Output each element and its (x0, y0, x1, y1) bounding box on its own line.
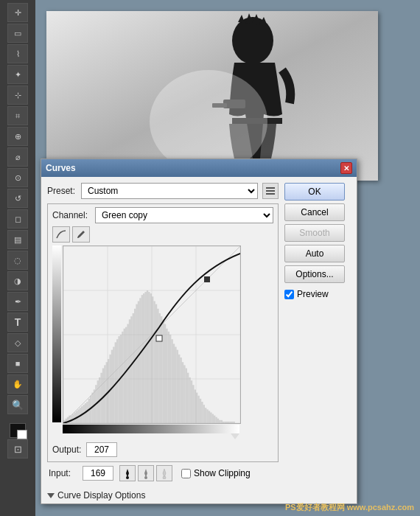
eyedropper-tools (119, 465, 172, 481)
dialog-left-panel: Preset: Custom Channel: Green (47, 183, 279, 481)
output-label: Output: (52, 444, 83, 455)
input-label: Input: (49, 468, 80, 478)
smooth-button[interactable]: Smooth (284, 224, 345, 242)
close-button[interactable]: ✕ (340, 162, 352, 174)
pen-tool[interactable]: ✒ (7, 292, 28, 311)
auto-button[interactable]: Auto (284, 245, 345, 262)
svg-point-13 (163, 476, 166, 479)
svg-point-1 (232, 17, 273, 64)
marquee-tool[interactable]: ▭ (7, 24, 28, 43)
preview-label: Preview (297, 289, 329, 299)
ok-button[interactable]: OK (284, 183, 345, 201)
hand-tool[interactable]: ✋ (7, 374, 28, 394)
text-tool[interactable]: T (7, 313, 28, 332)
svg-rect-8 (266, 190, 275, 192)
brush-tool[interactable]: ⌀ (7, 147, 28, 167)
curve-display-label: Curve Display Options (57, 490, 145, 501)
svg-point-11 (126, 476, 129, 479)
eraser-tool[interactable]: ◻ (7, 209, 28, 229)
preset-row: Preset: Custom (47, 183, 279, 199)
curve-display-triangle (47, 493, 55, 498)
history-tool[interactable]: ↺ (7, 189, 28, 208)
channel-select[interactable]: Green copy (95, 207, 273, 223)
svg-rect-7 (266, 187, 275, 189)
dialog-body: Preset: Custom Channel: Green (41, 177, 357, 487)
clone-tool[interactable]: ⊙ (7, 168, 28, 187)
channel-label: Channel: (52, 210, 91, 220)
quick-mask[interactable]: ⊡ (7, 439, 28, 459)
healing-tool[interactable]: ⊕ (7, 127, 28, 146)
curves-graph-container (63, 245, 241, 433)
dialog-title: Curves (46, 163, 76, 173)
preset-menu-icon[interactable] (262, 183, 279, 199)
path-tool[interactable]: ◇ (7, 333, 28, 352)
input-section: Input: 169 (47, 465, 279, 481)
foreground-color[interactable] (10, 423, 26, 438)
dodge-tool[interactable]: ◑ (7, 271, 28, 290)
move-tool[interactable]: ✛ (7, 3, 28, 22)
watermark: PS爱好者教程网 www.pcsahz.com (285, 502, 414, 513)
show-clipping-label: Show Clipping (194, 468, 251, 478)
canvas-image (46, 11, 378, 181)
output-gradient-bar (52, 245, 61, 422)
options-button[interactable]: Options... (284, 265, 345, 283)
curves-graph[interactable] (63, 245, 241, 424)
gradient-tool[interactable]: ▤ (7, 230, 28, 249)
svg-point-12 (144, 476, 147, 479)
graph-triangle (231, 433, 239, 439)
tool-panel: ✛ ▭ ⌇ ✦ ⊹ ⌗ ⊕ ⌀ ⊙ ↺ ◻ ▤ ◌ ◑ ✒ T ◇ ■ ✋ 🔍 … (0, 0, 35, 516)
svg-point-6 (150, 70, 267, 173)
quick-select-tool[interactable]: ✦ (7, 65, 28, 84)
lasso-tool[interactable]: ⌇ (7, 44, 28, 63)
input-value[interactable]: 169 (83, 466, 113, 481)
svg-rect-9 (266, 193, 275, 195)
cancel-button[interactable]: Cancel (284, 203, 345, 221)
dialog-titlebar: Curves ✕ (41, 159, 357, 177)
show-clipping-checkbox[interactable] (181, 469, 191, 478)
zoom-tool[interactable]: 🔍 (7, 395, 28, 414)
gray-point-eyedropper[interactable] (138, 465, 154, 481)
preset-label: Preset: (47, 186, 77, 196)
triangle-row (52, 433, 241, 439)
curve-draw-tool[interactable] (52, 226, 70, 243)
input-gradient-bar (63, 425, 239, 433)
blur-tool[interactable]: ◌ (7, 251, 28, 270)
preview-checkbox[interactable] (284, 290, 294, 299)
curve-pencil-tool[interactable] (72, 226, 90, 243)
dialog-right-panel: OK Cancel Smooth Auto Options... Preview (284, 183, 351, 481)
shape-tool[interactable]: ■ (7, 354, 28, 373)
output-row: Output: 207 (52, 442, 273, 457)
curves-dialog: Curves ✕ Preset: Custom (41, 158, 357, 504)
show-clipping-row: Show Clipping (181, 468, 251, 478)
white-point-eyedropper[interactable] (156, 465, 172, 481)
black-point-eyedropper[interactable] (119, 465, 136, 481)
output-value[interactable]: 207 (86, 442, 117, 457)
channel-box: Channel: Green copy (47, 203, 279, 462)
preview-row: Preview (284, 289, 351, 299)
preset-select[interactable]: Custom (81, 183, 258, 199)
eyedropper-tool[interactable]: ⌗ (7, 106, 28, 125)
crop-tool[interactable]: ⊹ (7, 86, 28, 105)
graph-wrapper (52, 245, 241, 439)
curve-display-options-row[interactable]: Curve Display Options (41, 487, 357, 503)
graph-area (52, 245, 241, 433)
channel-row: Channel: Green copy (52, 207, 273, 223)
curve-tools (52, 226, 273, 243)
